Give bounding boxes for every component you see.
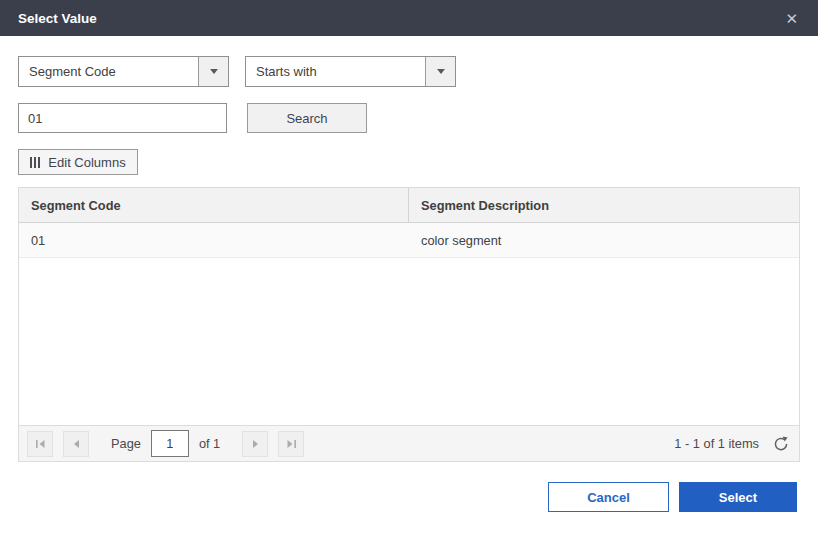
select-button[interactable]: Select bbox=[679, 482, 797, 512]
grid-empty-area bbox=[19, 258, 799, 425]
table-row[interactable]: 01 color segment bbox=[19, 223, 799, 258]
chevron-down-icon bbox=[210, 69, 218, 74]
grid-pager: Page of 1 1 - 1 of 1 items bbox=[19, 425, 799, 461]
seek-first-icon bbox=[35, 439, 46, 449]
cell-segment-description: color segment bbox=[409, 223, 799, 257]
edit-columns-label: Edit Columns bbox=[48, 155, 125, 170]
operator-dropdown[interactable]: Starts with bbox=[245, 56, 456, 87]
column-dropdown-value: Segment Code bbox=[19, 57, 198, 86]
dialog-titlebar: Select Value ✕ bbox=[0, 0, 818, 36]
results-grid: Segment Code Segment Description 01 colo… bbox=[18, 187, 800, 462]
last-page-button[interactable] bbox=[278, 431, 304, 457]
chevron-down-icon bbox=[437, 69, 445, 74]
previous-page-button[interactable] bbox=[63, 431, 89, 457]
close-icon[interactable]: ✕ bbox=[779, 7, 804, 30]
items-info: 1 - 1 of 1 items bbox=[674, 436, 759, 451]
first-page-button[interactable] bbox=[27, 431, 53, 457]
operator-dropdown-arrow-button[interactable] bbox=[425, 57, 455, 86]
cell-segment-code: 01 bbox=[19, 223, 409, 257]
search-button[interactable]: Search bbox=[247, 103, 367, 133]
search-input[interactable] bbox=[18, 103, 227, 133]
column-header-segment-code[interactable]: Segment Code bbox=[19, 188, 409, 222]
arrow-right-icon bbox=[252, 439, 259, 449]
arrow-left-icon bbox=[73, 439, 80, 449]
page-label: Page bbox=[111, 436, 141, 451]
grid-header-row: Segment Code Segment Description bbox=[19, 188, 799, 223]
page-of-label: of 1 bbox=[199, 436, 220, 451]
column-dropdown-arrow-button[interactable] bbox=[198, 57, 228, 86]
dialog-title: Select Value bbox=[18, 11, 97, 26]
column-dropdown[interactable]: Segment Code bbox=[18, 56, 229, 87]
refresh-icon[interactable] bbox=[773, 436, 789, 452]
select-value-dialog: Select Value ✕ Segment Code Starts with … bbox=[0, 0, 818, 542]
edit-columns-button[interactable]: Edit Columns bbox=[18, 149, 138, 175]
seek-last-icon bbox=[286, 439, 297, 449]
operator-dropdown-value: Starts with bbox=[246, 57, 425, 86]
columns-icon bbox=[30, 157, 40, 168]
page-number-input[interactable] bbox=[151, 430, 189, 457]
next-page-button[interactable] bbox=[242, 431, 268, 457]
column-header-segment-description[interactable]: Segment Description bbox=[409, 188, 799, 222]
cancel-button[interactable]: Cancel bbox=[548, 482, 669, 512]
